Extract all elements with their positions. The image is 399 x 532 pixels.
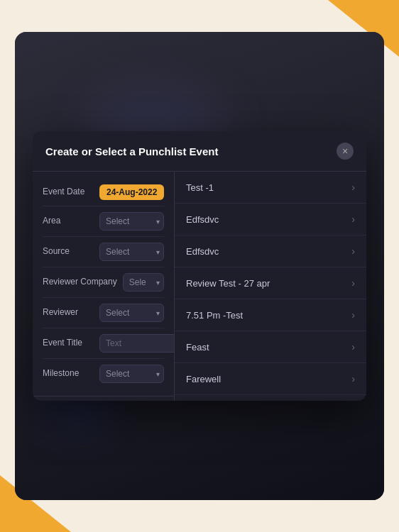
chevron-right-icon: ›	[351, 373, 355, 384]
list-item[interactable]: Edfsdvc›	[175, 204, 366, 235]
list-item-text: Review Test - 27 apr	[186, 278, 270, 289]
chevron-right-icon: ›	[351, 245, 355, 257]
list-item-text: Edfsdvc	[186, 246, 219, 257]
list-item-text: Edfsdvc	[186, 214, 219, 225]
list-item[interactable]: 7.51 Pm -Test›	[175, 299, 366, 331]
list-item-text: Test -1	[186, 182, 214, 193]
source-select-wrapper: Select ▾	[99, 243, 164, 261]
screen: Create or Select a Punchlist Event × Eve…	[15, 32, 384, 500]
list-item-text: Farewell	[186, 374, 221, 384]
reviewer-label: Reviewer	[43, 307, 94, 318]
source-select[interactable]: Select	[99, 243, 164, 261]
chevron-right-icon: ›	[351, 309, 355, 321]
chevron-right-icon: ›	[351, 182, 355, 193]
event-date-label: Event Date	[43, 187, 94, 198]
modal-dialog: Create or Select a Punchlist Event × Eve…	[33, 131, 366, 401]
event-title-label: Event Title	[43, 338, 94, 349]
list-panel: Test -1›Edfsdvc›Edfsdvc›Review Test - 27…	[175, 172, 366, 401]
modal-overlay: Create or Select a Punchlist Event × Eve…	[15, 32, 384, 500]
reviewer-company-label: Reviewer Company	[43, 277, 117, 288]
reviewer-company-select[interactable]: Select	[123, 273, 164, 292]
chevron-right-icon: ›	[351, 341, 355, 353]
milestone-select-wrapper: Select ▾	[99, 365, 164, 383]
area-select[interactable]: Select	[99, 212, 164, 231]
reviewer-select[interactable]: Select	[99, 304, 164, 322]
event-title-row: Event Title	[43, 328, 164, 359]
chevron-right-icon: ›	[351, 277, 355, 289]
reviewer-row: Reviewer Select ▾	[43, 298, 164, 328]
reviewer-select-wrapper: Select ▾	[99, 304, 164, 322]
source-label: Source	[43, 246, 94, 257]
list-item[interactable]: Hospital Audit›	[175, 395, 366, 401]
create-row: Create	[33, 396, 174, 401]
area-row: Area Select ▾	[43, 206, 164, 237]
milestone-label: Milestone	[43, 368, 94, 379]
reviewer-company-row: Reviewer Company Select ▾	[43, 267, 164, 298]
list-item[interactable]: Farewell›	[175, 363, 366, 395]
milestone-row: Milestone Select ▾	[43, 359, 164, 389]
modal-header: Create or Select a Punchlist Event ×	[33, 131, 366, 172]
area-select-wrapper: Select ▾	[99, 212, 164, 231]
list-item-text: Feast	[186, 342, 209, 353]
milestone-select[interactable]: Select	[99, 365, 164, 383]
event-date-row: Event Date 24-Aug-2022	[43, 179, 164, 206]
reviewer-company-select-wrapper: Select ▾	[123, 273, 164, 292]
list-item[interactable]: Review Test - 27 apr›	[175, 267, 366, 299]
modal-body: Event Date 24-Aug-2022 Area Select ▾	[33, 172, 366, 401]
close-button[interactable]: ×	[337, 143, 354, 160]
area-label: Area	[43, 216, 94, 227]
list-item[interactable]: Feast›	[175, 331, 366, 363]
event-title-input[interactable]	[99, 334, 175, 353]
list-item[interactable]: Edfsdvc›	[175, 235, 366, 267]
chevron-right-icon: ›	[351, 214, 355, 225]
source-row: Source Select ▾	[43, 237, 164, 267]
form-panel: Event Date 24-Aug-2022 Area Select ▾	[33, 172, 175, 396]
event-date-badge: 24-Aug-2022	[99, 184, 164, 200]
list-item-text: 7.51 Pm -Test	[186, 310, 243, 321]
list-item[interactable]: Test -1›	[175, 172, 366, 204]
modal-title: Create or Select a Punchlist Event	[45, 145, 218, 157]
